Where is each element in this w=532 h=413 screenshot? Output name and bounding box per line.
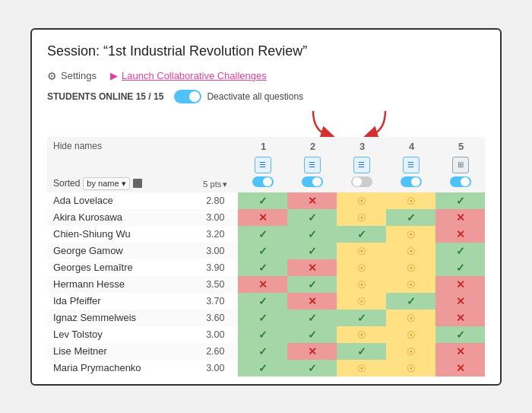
q1-toggle-cell[interactable]	[238, 175, 287, 192]
table-row: Lev Tolstoy3.00✓✓☉☉✓	[47, 326, 485, 343]
sort-by-name-dropdown[interactable]: by name ▾	[83, 177, 129, 190]
question-cell: ✓	[386, 209, 435, 226]
session-title: Session: “1st Industrial Revolution Revi…	[47, 43, 485, 59]
question-icons-row: ☰ ☰ ☰ ☰ ⊞	[47, 155, 485, 175]
question-cell: ✕	[238, 276, 287, 293]
q4-toggle[interactable]	[401, 176, 422, 187]
q5-icon-cell[interactable]: ⊞	[435, 155, 485, 175]
q5-toggle-cell[interactable]	[435, 175, 485, 192]
question-cell: ☉	[337, 276, 386, 293]
q3-toggle-cell[interactable]	[337, 175, 386, 192]
settings-label: Settings	[61, 70, 97, 81]
q4-num-header: 4	[386, 137, 435, 155]
table-row: Ada Lovelace2.80✓✕☉☉✓	[47, 192, 485, 209]
question-cell: ✓	[386, 293, 435, 310]
launch-button[interactable]: ▶ Launch Collaborative Challenges	[110, 70, 267, 81]
sort-by-label: by name	[87, 179, 119, 188]
table-row: Georges Lemaître3.90✓✕☉☉✓	[47, 259, 485, 276]
student-score: 3.60	[193, 310, 238, 326]
toolbar: ⚙ Settings ▶ Launch Collaborative Challe…	[47, 70, 485, 82]
student-name: Lise Meitner	[47, 343, 193, 360]
launch-label: Launch Collaborative Challenges	[122, 70, 267, 81]
q2-toggle[interactable]	[302, 176, 323, 187]
student-name: Lev Tolstoy	[47, 326, 193, 343]
dropdown-arrow-icon: ▾	[122, 179, 126, 189]
q2-icon-cell[interactable]: ☰	[287, 155, 337, 175]
q3-num-header: 3	[337, 137, 386, 155]
sorted-label: Sorted	[53, 178, 80, 189]
student-name: Ida Pfeiffer	[47, 293, 193, 310]
question-cell: ✕	[435, 360, 485, 376]
question-cell: ☉	[337, 360, 386, 376]
question-cell: ✕	[287, 293, 337, 310]
question-cell: ✓	[287, 209, 337, 226]
question-cell: ☉	[337, 192, 386, 209]
student-name: George Gamow	[47, 243, 193, 259]
settings-button[interactable]: ⚙ Settings	[47, 70, 97, 82]
q3-icon: ☰	[353, 157, 370, 173]
question-cell: ✓	[238, 293, 287, 310]
q5-toggle[interactable]	[450, 176, 471, 187]
student-score: 3.70	[193, 293, 238, 310]
hide-names-label: Hide names	[47, 137, 193, 155]
table-row: Ignaz Semmelweis3.60✓✓✓☉✕	[47, 310, 485, 326]
q2-toggle-cell[interactable]	[287, 175, 337, 192]
q4-toggle-cell[interactable]	[386, 175, 435, 192]
status-bar: STUDENTS ONLINE 15 / 15 Deactivate all q…	[47, 90, 485, 103]
table-row: Ida Pfeiffer3.70✓✕☉✓✕	[47, 293, 485, 310]
q2-icon: ☰	[304, 157, 321, 173]
student-score: 2.80	[193, 192, 238, 209]
question-cell: ✓	[337, 343, 386, 360]
question-cell: ✓	[238, 243, 287, 259]
question-cell: ✕	[435, 226, 485, 243]
question-cell: ✕	[287, 192, 337, 209]
question-cell: ✕	[435, 293, 485, 310]
question-cell: ✓	[238, 326, 287, 343]
question-cell: ✕	[238, 209, 287, 226]
q4-icon: ☰	[403, 157, 420, 173]
student-score: 3.00	[193, 243, 238, 259]
question-cell: ✕	[435, 209, 485, 226]
pts-badge: 5 pts ▾	[203, 179, 227, 189]
table-row: Chien-Shiung Wu3.20✓✓✓☉✕	[47, 226, 485, 243]
q3-icon-cell[interactable]: ☰	[337, 155, 386, 175]
table-row: George Gamow3.00✓✓☉☉✓	[47, 243, 485, 259]
deactivate-label: Deactivate all questions	[207, 91, 303, 102]
pts-value: 5 pts	[203, 179, 221, 189]
question-cell: ✓	[287, 226, 337, 243]
students-online-label: STUDENTS ONLINE 15 / 15	[47, 91, 163, 102]
student-name: Ada Lovelace	[47, 192, 193, 209]
q1-icon: ☰	[255, 157, 271, 173]
student-name: Georges Lemaître	[47, 259, 193, 276]
question-cell: ✕	[435, 276, 485, 293]
question-cell: ✕	[435, 343, 485, 360]
student-name: Maria Prymachenko	[47, 360, 193, 376]
question-cell: ✓	[435, 326, 485, 343]
students-table-body: Ada Lovelace2.80✓✕☉☉✓Akira Kurosawa3.00✕…	[47, 192, 485, 376]
column-icon	[133, 179, 142, 188]
question-cell: ✓	[238, 192, 287, 209]
arrow-1	[306, 110, 351, 137]
q3-toggle[interactable]	[351, 176, 372, 187]
arrows-row	[47, 110, 485, 137]
hide-names-row: Hide names 1 2 3 4 5	[47, 137, 485, 155]
name-spacer	[47, 155, 193, 175]
question-cell: ☉	[337, 243, 386, 259]
question-cell: ☉	[386, 360, 435, 376]
gear-icon: ⚙	[47, 70, 57, 82]
question-cell: ☉	[386, 276, 435, 293]
q1-toggle[interactable]	[252, 176, 274, 187]
deactivate-toggle-wrap: Deactivate all questions	[174, 90, 303, 103]
deactivate-toggle[interactable]	[174, 90, 201, 103]
q1-icon-cell[interactable]: ☰	[238, 155, 287, 175]
main-table: Hide names 1 2 3 4 5 ☰ ☰ ☰	[47, 137, 485, 376]
question-cell: ☉	[386, 192, 435, 209]
q4-icon-cell[interactable]: ☰	[386, 155, 435, 175]
student-score: 3.50	[193, 276, 238, 293]
student-score: 3.20	[193, 226, 238, 243]
question-cell: ☉	[386, 259, 435, 276]
table-row: Maria Prymachenko3.00✓✓☉☉✕	[47, 360, 485, 376]
question-cell: ☉	[337, 326, 386, 343]
question-cell: ✓	[337, 226, 386, 243]
question-cell: ☉	[337, 259, 386, 276]
